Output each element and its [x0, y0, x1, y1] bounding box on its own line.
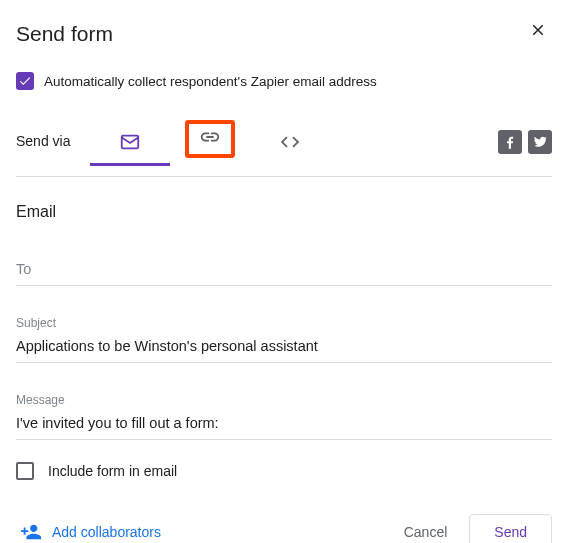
twitter-icon: [532, 134, 548, 150]
add-collaborators-button[interactable]: Add collaborators: [20, 521, 161, 543]
checkmark-icon: [18, 74, 32, 88]
include-form-checkbox[interactable]: [16, 462, 34, 480]
auto-collect-checkbox[interactable]: [16, 72, 34, 90]
facebook-icon: [502, 134, 518, 150]
message-label: Message: [16, 393, 552, 407]
email-section-title: Email: [16, 203, 552, 221]
link-icon: [199, 126, 221, 148]
include-form-label: Include form in email: [48, 463, 177, 479]
message-field: Message: [16, 393, 552, 440]
subject-label: Subject: [16, 316, 552, 330]
tab-link[interactable]: [170, 120, 250, 176]
embed-icon: [279, 131, 301, 153]
tab-email[interactable]: [90, 131, 170, 166]
to-input[interactable]: [16, 259, 552, 279]
facebook-button[interactable]: [498, 130, 522, 154]
subject-input[interactable]: [16, 336, 552, 356]
dialog-title: Send form: [16, 22, 113, 46]
close-button[interactable]: [524, 16, 552, 44]
send-button[interactable]: Send: [469, 514, 552, 543]
auto-collect-label: Automatically collect respondent's Zapie…: [44, 74, 377, 89]
to-field: [16, 259, 552, 286]
send-via-row: Send via: [16, 120, 552, 177]
person-add-icon: [20, 521, 42, 543]
add-collaborators-label: Add collaborators: [52, 524, 161, 540]
tab-embed[interactable]: [250, 131, 330, 165]
send-via-label: Send via: [16, 133, 70, 163]
include-form-row: Include form in email: [16, 462, 552, 480]
send-form-dialog: Send form Automatically collect responde…: [0, 0, 572, 543]
email-icon: [119, 131, 141, 153]
auto-collect-row: Automatically collect respondent's Zapie…: [16, 72, 552, 90]
footer-row: Add collaborators Cancel Send: [16, 514, 552, 543]
message-input[interactable]: [16, 413, 552, 433]
twitter-button[interactable]: [528, 130, 552, 154]
link-highlight-box: [185, 120, 235, 158]
title-row: Send form: [16, 16, 552, 46]
close-icon: [529, 21, 547, 39]
subject-field: Subject: [16, 316, 552, 363]
cancel-button[interactable]: Cancel: [388, 514, 464, 543]
